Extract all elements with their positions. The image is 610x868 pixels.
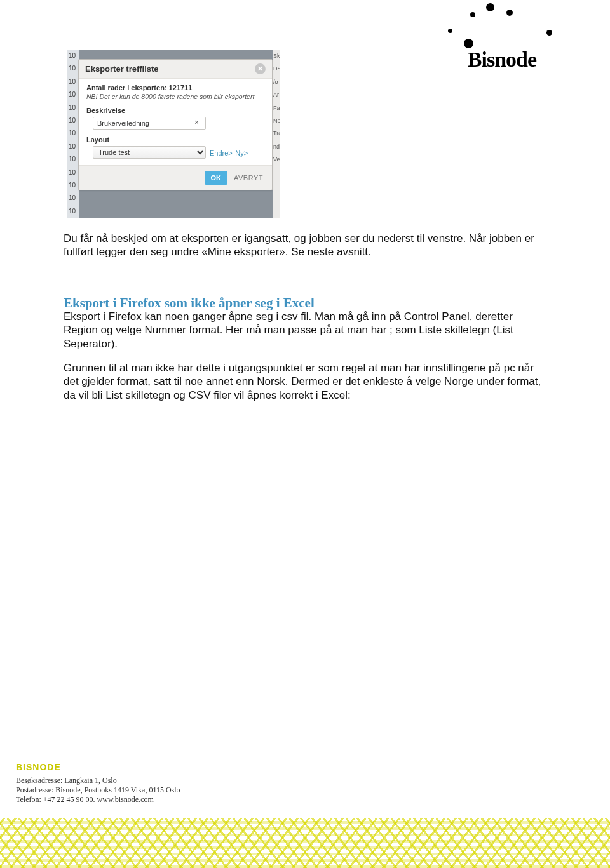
ok-button[interactable]: OK (205, 171, 228, 185)
bg-id-column: 10 10 10 10 10 10 10 10 10 10 10 10 10 (67, 50, 79, 218)
bg-right-column: Sk DS /o Ar Fa No Tro nd Ve (273, 50, 280, 218)
section-heading: Eksport i Firefox som ikke åpner seg i E… (64, 295, 315, 311)
page-footer: BISNODE Besøksadresse: Langkaia 1, Oslo … (16, 762, 180, 805)
layout-select[interactable]: Trude test (93, 146, 206, 159)
row-count-label: Antall rader i eksporten: 121711 (86, 84, 264, 91)
footer-address-post: Postadresse: Bisnode, Postboks 1419 Vika… (16, 785, 180, 795)
footer-brand: BISNODE (16, 762, 180, 772)
layout-links: Endre> Ny> (210, 147, 248, 158)
close-icon[interactable]: ✕ (255, 63, 266, 74)
paragraph-2: Eksport i Firefox kan noen ganger åpne s… (64, 310, 550, 351)
export-dialog-screenshot: 10 10 10 10 10 10 10 10 10 10 10 10 10 S… (67, 50, 280, 218)
layout-label: Layout (86, 136, 264, 144)
description-label: Beskrivelse (86, 107, 264, 114)
clear-description-icon[interactable]: × (194, 118, 199, 127)
cancel-button[interactable]: AVBRYT (231, 171, 266, 185)
dialog-title: Eksporter treffliste (85, 64, 159, 74)
layout-new-link[interactable]: Ny> (235, 149, 248, 157)
dialog-titlebar: Eksporter treffliste ✕ (79, 60, 272, 78)
paragraph-3: Grunnen til at man ikke har dette i utga… (64, 361, 550, 402)
footer-phone-web: Telefon: +47 22 45 90 00. www.bisnode.co… (16, 795, 180, 805)
export-note: NB! Det er kun de 8000 første radene som… (86, 93, 264, 100)
layout-edit-link[interactable]: Endre> (210, 149, 233, 157)
document-page: Bisnode 10 10 10 10 10 10 10 10 10 10 10… (0, 0, 610, 868)
footer-pattern (0, 818, 610, 868)
paragraph-1: Du får nå beskjed om at eksporten er iga… (64, 232, 550, 259)
dialog-footer: OK AVBRYT (79, 165, 272, 190)
export-dialog: Eksporter treffliste ✕ Antall rader i ek… (78, 59, 273, 190)
dialog-body: Antall rader i eksporten: 121711 NB! Det… (79, 78, 272, 165)
description-input[interactable] (93, 117, 206, 130)
row-count-value: 121711 (169, 84, 193, 91)
logo-text: Bisnode (448, 48, 556, 72)
logo-dots-icon (448, 3, 556, 48)
brand-logo: Bisnode (448, 3, 556, 72)
footer-address-visit: Besøksadresse: Langkaia 1, Oslo (16, 776, 180, 785)
